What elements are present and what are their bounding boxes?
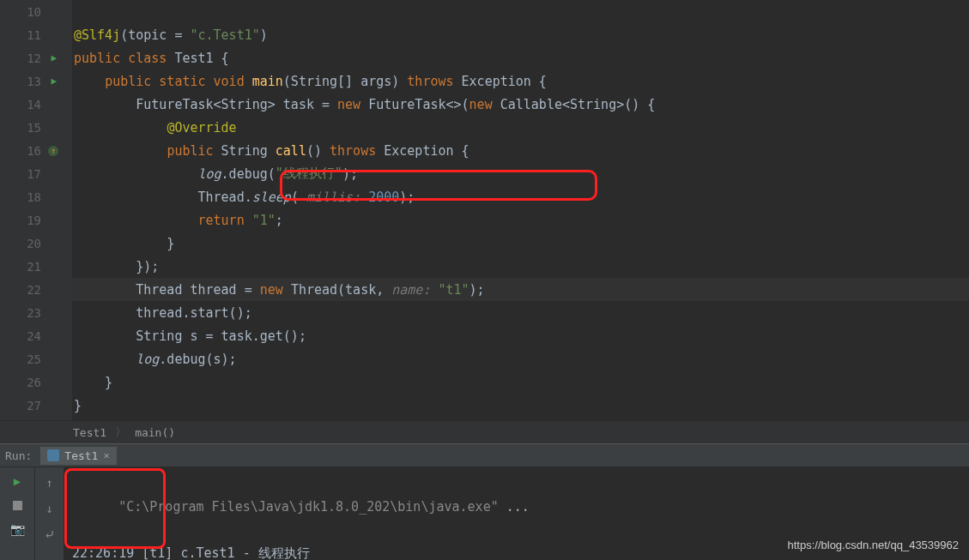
gutter-row[interactable]: 14 (0, 93, 60, 116)
console-toolbar-left: ▶ 📷 (0, 467, 34, 560)
code-line[interactable]: Thread.sleep( millis: 2000); (72, 185, 969, 208)
gutter-row[interactable]: 13▶ (0, 69, 60, 93)
editor-area: 101112▶13▶141516↑1718192021222324252627 … (0, 0, 969, 420)
line-number: 19 (27, 214, 41, 227)
line-number: 23 (27, 306, 41, 320)
line-number: 25 (27, 352, 41, 366)
code-line[interactable]: } (72, 232, 969, 255)
breadcrumb-class[interactable]: Test1 (73, 426, 106, 439)
gutter-row[interactable]: 19 (0, 208, 60, 232)
gutter-row[interactable]: 11 (0, 23, 60, 46)
line-number: 27 (27, 399, 41, 412)
code-line[interactable]: public String call() throws Exception { (72, 139, 969, 162)
line-number: 24 (27, 329, 41, 343)
run-gutter-icon[interactable]: ▶ (51, 52, 57, 63)
arrow-down-icon[interactable]: ↓ (43, 502, 57, 515)
gutter-row[interactable]: 12▶ (0, 46, 60, 69)
breadcrumb-separator: 〉 (115, 425, 126, 440)
code-line[interactable]: log.debug(s); (72, 347, 969, 370)
line-number: 15 (27, 121, 41, 135)
line-number: 20 (27, 237, 41, 250)
line-number: 21 (27, 260, 41, 274)
gutter-row[interactable]: 20 (0, 232, 60, 255)
app-icon (47, 449, 59, 461)
line-number: 16 (27, 144, 41, 158)
gutter-row[interactable]: 27 (0, 394, 60, 417)
gutter-row[interactable]: 17 (0, 162, 60, 185)
gutter-row[interactable]: 16↑ (0, 139, 60, 162)
line-number: 10 (27, 5, 41, 19)
stop-icon[interactable] (10, 498, 24, 512)
breadcrumb[interactable]: Test1 〉 main() (0, 420, 969, 443)
watermark: https://blog.csdn.net/qq_43539962 (788, 539, 960, 551)
line-number: 22 (27, 283, 41, 297)
code-line[interactable]: @Slf4j(topic = "c.Test1") (72, 23, 969, 46)
gutter-row[interactable]: 22 (0, 278, 60, 301)
code-line[interactable] (72, 0, 969, 23)
code-line[interactable]: } (72, 370, 969, 394)
code-line[interactable]: public class Test1 { (72, 46, 969, 69)
code-line[interactable]: String s = task.get(); (72, 324, 969, 347)
close-icon[interactable]: ✕ (103, 449, 109, 461)
console-toolbar-nav: ↑ ↓ ⤶ (34, 467, 64, 560)
override-gutter-icon[interactable]: ↑ (48, 146, 58, 156)
code-line[interactable]: }); (72, 255, 969, 278)
line-number: 18 (27, 190, 41, 204)
line-number: 17 (27, 167, 41, 181)
run-gutter-icon[interactable]: ▶ (51, 75, 57, 87)
line-number: 13 (27, 75, 41, 88)
camera-icon[interactable]: 📷 (10, 522, 24, 536)
gutter-row[interactable]: 25 (0, 347, 60, 370)
line-number: 12 (27, 51, 41, 65)
fold-column (60, 0, 72, 420)
console-line: "C:\Program Files\Java\jdk1.8.0_202\bin\… (72, 473, 960, 542)
line-number: 26 (27, 376, 41, 389)
code-line[interactable]: thread.start(); (72, 301, 969, 324)
gutter-row[interactable]: 26 (0, 370, 60, 394)
gutter-row[interactable]: 23 (0, 301, 60, 324)
rerun-icon[interactable]: ▶ (10, 474, 24, 488)
code-line[interactable]: Thread thread = new Thread(task, name: "… (72, 278, 969, 301)
code-line[interactable]: FutureTask<String> task = new FutureTask… (72, 93, 969, 116)
code-area[interactable]: @Slf4j(topic = "c.Test1")public class Te… (72, 0, 969, 420)
breadcrumb-method[interactable]: main() (135, 426, 175, 439)
run-tab[interactable]: Test1 ✕ (40, 447, 116, 465)
gutter-row[interactable]: 21 (0, 255, 60, 278)
line-number: 14 (27, 98, 41, 111)
run-tab-label: Test1 (64, 449, 98, 462)
arrow-up-icon[interactable]: ↑ (43, 476, 57, 490)
run-label: Run: (5, 449, 32, 462)
run-panel-header: Run: Test1 ✕ (0, 443, 969, 467)
gutter-row[interactable]: 18 (0, 185, 60, 208)
code-line[interactable]: public static void main(String[] args) t… (72, 69, 969, 93)
code-line[interactable]: return "1"; (72, 208, 969, 232)
code-line[interactable]: } (72, 394, 969, 417)
soft-wrap-icon[interactable]: ⤶ (43, 527, 57, 541)
code-line[interactable]: @Override (72, 116, 969, 139)
gutter-row[interactable]: 24 (0, 324, 60, 347)
gutter-row[interactable]: 10 (0, 0, 60, 23)
line-number: 11 (27, 28, 41, 42)
line-gutter: 101112▶13▶141516↑1718192021222324252627 (0, 0, 60, 420)
code-line[interactable]: log.debug("线程执行"); (72, 162, 969, 185)
gutter-row[interactable]: 15 (0, 116, 60, 139)
